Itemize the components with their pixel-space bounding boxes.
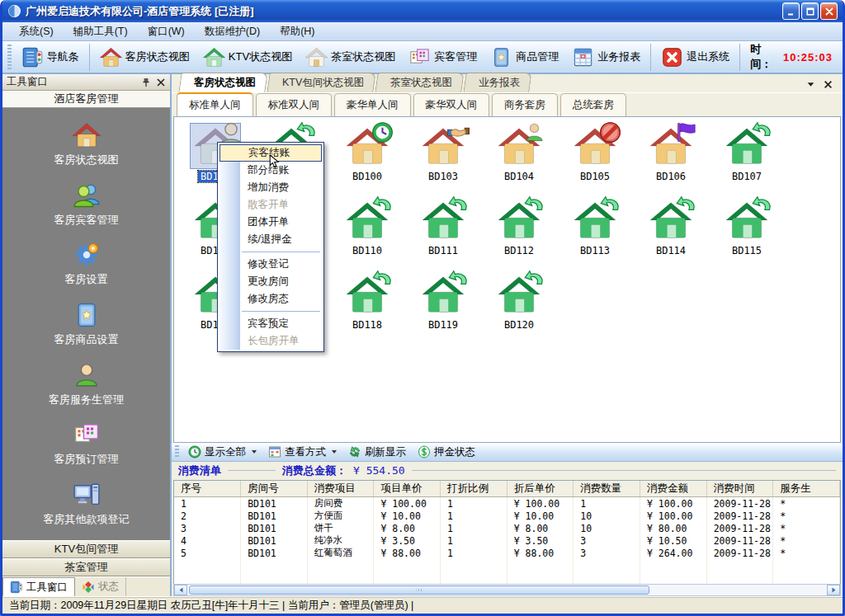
status-text: 当前日期：2009年11月29日星期日 农历己丑[牛]年十月十三 | 当前用户：… [9, 599, 413, 613]
sidebar-section-bar[interactable]: 茶室管理 [2, 558, 170, 576]
column-header[interactable]: 房间号 [241, 481, 308, 497]
minimize-button[interactable] [782, 2, 800, 20]
sidebar-item[interactable]: 客房状态视图 [2, 121, 170, 167]
sidebar-bottom-tab[interactable]: 工具窗口 [2, 577, 75, 596]
room-cell[interactable]: BD119 [405, 270, 481, 345]
toolbar-button[interactable]: 退出系统 [654, 44, 740, 71]
sidebar-section-bar[interactable]: KTV包间管理 [2, 540, 170, 558]
menu-item[interactable]: 系统(S) [9, 22, 64, 41]
goods-card-icon [490, 46, 512, 68]
room-type-tab[interactable]: 豪华双人间 [413, 93, 490, 116]
scrollbar-thumb[interactable] [189, 585, 649, 595]
scroll-right-button[interactable] [827, 585, 840, 595]
tab-close-icon[interactable] [824, 80, 833, 89]
column-header[interactable]: 服务生 [773, 481, 840, 497]
room-type-tab[interactable]: 豪华单人间 [334, 93, 411, 116]
scrollbar-track[interactable] [187, 585, 827, 595]
menu-item[interactable]: 数据维护(D) [195, 22, 270, 41]
room-cell[interactable]: BD120 [481, 270, 557, 345]
action-button[interactable]: 押金状态 [412, 444, 481, 461]
room-cell[interactable]: BD106 [633, 122, 709, 196]
menu-item[interactable]: 辅助工具(T) [64, 22, 138, 41]
context-menu-item[interactable]: 团体开单 [240, 214, 322, 231]
toolbar-grip[interactable] [175, 445, 179, 458]
menu-item[interactable]: 窗口(W) [138, 22, 195, 41]
column-header[interactable]: 消费项目 [307, 481, 374, 497]
sidebar-item[interactable]: 客房宾客管理 [2, 181, 170, 228]
action-button[interactable]: 显示全部 [182, 444, 262, 461]
context-menu-item[interactable]: 修改登记 [240, 256, 322, 273]
tab-list-chevron-icon[interactable] [806, 80, 815, 89]
document-tab[interactable]: 茶室状态视图 [375, 73, 465, 92]
context-menu-item[interactable]: 更改房间 [240, 273, 322, 290]
toolbar-button[interactable]: 宾客管理 [402, 44, 484, 71]
context-menu-strip [220, 144, 240, 350]
context-menu-item[interactable]: 宾客预定 [240, 315, 322, 332]
action-button[interactable]: 刷新显示 [342, 444, 412, 461]
sidebar-item[interactable]: 客房预订管理 [2, 421, 170, 467]
horizontal-scrollbar[interactable] [173, 584, 841, 596]
context-menu-item[interactable]: 长包房开单 [240, 332, 322, 350]
toolbar-button[interactable]: 茶室状态视图 [299, 44, 402, 71]
room-cell[interactable]: BD100 [329, 122, 405, 196]
table-row[interactable]: 5BD101红葡萄酒¥ 88.001 ¥ 88.003¥ 264.002009-… [174, 547, 840, 559]
context-menu-item[interactable]: 续/退押金 [240, 231, 322, 248]
action-button[interactable]: 查看方式 [262, 444, 342, 461]
room-type-tab[interactable]: 商务套房 [492, 93, 558, 116]
context-menu-item[interactable]: 增加消费 [240, 179, 322, 196]
context-menu-item[interactable]: 修改房态 [240, 290, 322, 308]
column-header[interactable]: 消费数量 [574, 481, 640, 497]
document-tab[interactable]: 客房状态视图 [178, 73, 267, 92]
room-cell[interactable]: BD107 [709, 122, 785, 196]
toolbar-button[interactable]: 客房状态视图 [93, 44, 196, 71]
table-row[interactable]: 4BD101纯净水¥ 3.501 ¥ 3.503¥ 10.502009-11-2… [174, 534, 840, 547]
pin-icon[interactable] [141, 78, 151, 87]
room-actions-toolbar: 显示全部 查看方式 刷新显示 [172, 443, 843, 462]
room-type-tab[interactable]: 标准单人间 [177, 92, 253, 116]
room-cell[interactable]: BD115 [709, 196, 785, 270]
close-button[interactable] [820, 2, 838, 20]
sidebar-section-room-mgmt[interactable]: 酒店客房管理 [2, 91, 170, 108]
toolbar-button[interactable]: 业务报表 [565, 44, 651, 71]
room-cell[interactable]: BD113 [557, 196, 633, 270]
scroll-left-button[interactable] [174, 585, 187, 595]
document-tab[interactable]: 业务报表 [464, 73, 532, 92]
sidebar-item[interactable]: 客房其他款项登记 [2, 481, 170, 527]
room-cell[interactable]: BD110 [329, 196, 405, 270]
room-cell[interactable]: BD114 [633, 196, 709, 270]
room-cell[interactable]: BD118 [329, 270, 405, 345]
sidebar-close-icon[interactable] [156, 78, 166, 87]
sidebar-item[interactable]: 客房服务生管理 [2, 361, 170, 407]
window-title: 广州爱启迪技术有限公司-酒店管理系统 [已注册] [26, 4, 781, 19]
sidebar-bottom-tab[interactable]: 状态 [75, 577, 126, 596]
table-row-empty [174, 571, 840, 584]
room-cell[interactable]: BD105 [557, 122, 633, 196]
column-header[interactable]: 消费金额 [640, 481, 706, 497]
room-cell[interactable]: BD112 [481, 196, 557, 270]
room-type-tab[interactable]: 总统套房 [560, 93, 626, 116]
room-type-tab[interactable]: 标准双人间 [256, 93, 333, 116]
table-row[interactable]: 3BD101饼干¥ 8.001 ¥ 8.0010¥ 80.002009-11-2… [174, 522, 840, 534]
sidebar-item[interactable]: 客房设置 [2, 241, 170, 287]
room-cell[interactable]: BD104 [481, 122, 557, 196]
room-cell[interactable]: BD111 [405, 196, 481, 270]
column-header[interactable]: 折后单价 [507, 481, 574, 497]
document-tab[interactable]: KTV包间状态视图 [267, 73, 376, 92]
toolbar-button[interactable]: KTV状态视图 [196, 44, 299, 71]
maximize-button[interactable] [801, 2, 819, 20]
toolbar-button[interactable]: 导航条 [15, 44, 90, 71]
table-row[interactable]: 1BD101房间费¥ 100.001 ¥ 100.001¥ 100.002009… [174, 497, 840, 510]
column-header[interactable]: 消费时间 [706, 481, 773, 497]
column-header[interactable]: 项目单价 [374, 481, 441, 497]
column-header[interactable]: 序号 [174, 481, 241, 497]
sidebar-item[interactable]: 客房商品设置 [2, 301, 170, 347]
room-label: BD118 [350, 319, 385, 331]
toolbar-button[interactable]: 商品管理 [484, 44, 565, 71]
room-cell[interactable]: BD103 [405, 122, 481, 196]
room-label: BD105 [578, 171, 612, 182]
toolbar-grip[interactable] [7, 45, 12, 69]
table-row[interactable]: 2BD101方便面¥ 10.001 ¥ 10.0010¥ 100.002009-… [174, 510, 840, 522]
column-header[interactable]: 打折比例 [441, 481, 507, 497]
context-menu-item[interactable]: 散客开单 [240, 196, 322, 214]
menu-item[interactable]: 帮助(H) [270, 22, 324, 41]
